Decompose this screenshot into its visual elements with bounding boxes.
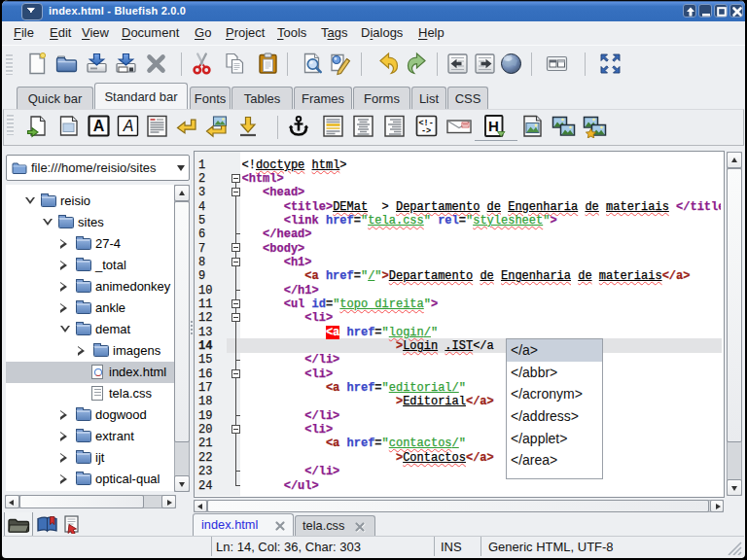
svg-text:H: H [488,118,499,134]
svg-text:->: -> [421,126,431,136]
svg-text:A: A [93,118,105,134]
svg-text:A: A [123,118,134,134]
